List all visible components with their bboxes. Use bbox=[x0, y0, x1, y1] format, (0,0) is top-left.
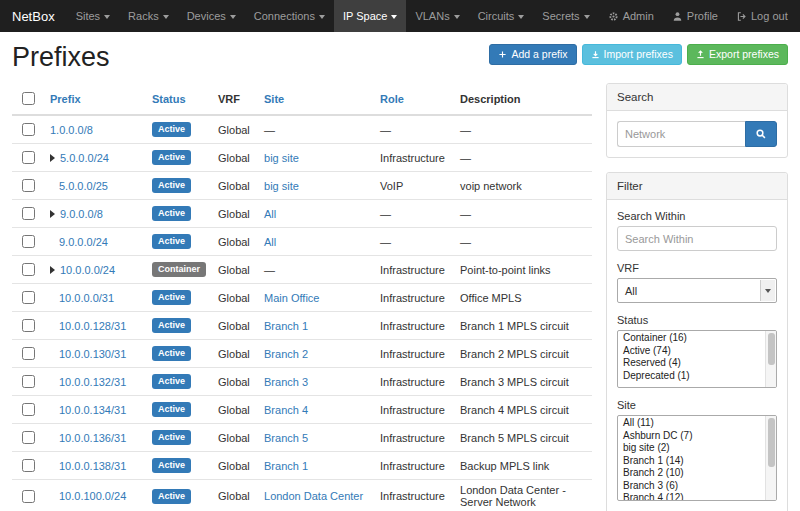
filter-multiselect-site[interactable]: All (11)Ashburn DC (7)big site (2)Branch… bbox=[617, 415, 777, 501]
nav-item-profile[interactable]: Profile bbox=[663, 0, 727, 32]
vrf-cell: Global bbox=[212, 424, 258, 452]
site-link[interactable]: London Data Center bbox=[264, 490, 363, 502]
row-checkbox[interactable] bbox=[22, 319, 35, 332]
export-prefixes-button[interactable]: Export prefixes bbox=[687, 44, 788, 65]
prefix-link[interactable]: 5.0.0.0/24 bbox=[60, 152, 109, 164]
multiselect-option[interactable]: Deprecated (1) bbox=[618, 370, 765, 383]
chevron-down-icon bbox=[454, 15, 460, 19]
site-link[interactable]: All bbox=[264, 208, 276, 220]
row-checkbox[interactable] bbox=[22, 490, 35, 503]
row-checkbox[interactable] bbox=[22, 347, 35, 360]
site-link[interactable]: Branch 3 bbox=[264, 376, 308, 388]
site-link[interactable]: Main Office bbox=[264, 292, 319, 304]
prefix-link[interactable]: 10.0.0.128/31 bbox=[59, 320, 126, 332]
site-link[interactable]: Branch 1 bbox=[264, 320, 308, 332]
select-all-checkbox[interactable] bbox=[22, 92, 35, 105]
expand-caret-icon[interactable] bbox=[50, 266, 55, 274]
scrollbar[interactable] bbox=[765, 416, 776, 500]
nav-item-secrets[interactable]: Secrets bbox=[533, 0, 598, 32]
multiselect-option[interactable]: Branch 1 (14) bbox=[618, 455, 765, 468]
prefix-cell: 10.0.0.128/31 bbox=[44, 312, 146, 340]
multiselect-option[interactable]: Ashburn DC (7) bbox=[618, 430, 765, 443]
row-checkbox[interactable] bbox=[22, 431, 35, 444]
row-checkbox[interactable] bbox=[22, 459, 35, 472]
prefix-link[interactable]: 10.0.0.134/31 bbox=[59, 404, 126, 416]
site-link[interactable]: big site bbox=[264, 152, 299, 164]
add-prefix-button[interactable]: Add a prefix bbox=[489, 44, 576, 65]
description-cell: Branch 2 MPLS circuit bbox=[454, 340, 592, 368]
expand-caret-icon[interactable] bbox=[50, 154, 55, 162]
row-checkbox[interactable] bbox=[22, 179, 35, 192]
prefix-link[interactable]: 10.0.0.0/24 bbox=[60, 264, 115, 276]
prefix-link[interactable]: 10.0.0.0/31 bbox=[59, 292, 114, 304]
site-cell: — bbox=[258, 256, 374, 284]
nav-item-ip-space[interactable]: IP Space bbox=[334, 0, 406, 32]
scrollbar[interactable] bbox=[765, 331, 776, 387]
column-header-status[interactable]: Status bbox=[146, 83, 212, 115]
import-prefixes-button[interactable]: Import prefixes bbox=[582, 44, 682, 65]
prefix-link[interactable]: 5.0.0.0/25 bbox=[59, 180, 108, 192]
multiselect-option[interactable]: Branch 2 (10) bbox=[618, 467, 765, 480]
row-checkbox[interactable] bbox=[22, 151, 35, 164]
nav-item-connections[interactable]: Connections bbox=[245, 0, 334, 32]
site-link[interactable]: Branch 1 bbox=[264, 460, 308, 472]
multiselect-option[interactable]: All (11) bbox=[618, 417, 765, 430]
nav-item-admin[interactable]: Admin bbox=[599, 0, 663, 32]
site-link[interactable]: Branch 4 bbox=[264, 404, 308, 416]
prefix-cell: 5.0.0.0/24 bbox=[44, 144, 146, 172]
multiselect-option[interactable]: Reserved (4) bbox=[618, 357, 765, 370]
nav-item-logout[interactable]: Log out bbox=[727, 0, 797, 32]
multiselect-option[interactable]: Container (16) bbox=[618, 332, 765, 345]
site-link[interactable]: Branch 5 bbox=[264, 432, 308, 444]
prefix-link[interactable]: 9.0.0.0/8 bbox=[60, 208, 103, 220]
filter-input-search-within[interactable] bbox=[617, 226, 777, 251]
prefix-link[interactable]: 10.0.0.138/31 bbox=[59, 460, 126, 472]
nav-item-racks[interactable]: Racks bbox=[119, 0, 178, 32]
status-cell: Active bbox=[146, 396, 212, 424]
filter-multiselect-status[interactable]: Container (16)Active (74)Reserved (4)Dep… bbox=[617, 330, 777, 388]
row-checkbox[interactable] bbox=[22, 263, 35, 276]
role-cell: Infrastructure bbox=[374, 480, 454, 511]
status-badge: Active bbox=[152, 318, 191, 333]
site-link[interactable]: big site bbox=[264, 180, 299, 192]
status-badge: Container bbox=[152, 262, 206, 277]
nav-item-sites[interactable]: Sites bbox=[67, 0, 119, 32]
multiselect-option[interactable]: Active (74) bbox=[618, 345, 765, 358]
prefix-link[interactable]: 10.0.0.132/31 bbox=[59, 376, 126, 388]
search-input[interactable] bbox=[617, 121, 745, 147]
prefix-link[interactable]: 9.0.0.0/24 bbox=[59, 236, 108, 248]
column-header-prefix[interactable]: Prefix bbox=[44, 83, 146, 115]
filter-select-vrf[interactable]: All bbox=[617, 278, 777, 303]
nav-item-devices[interactable]: Devices bbox=[178, 0, 245, 32]
role-cell: VoIP bbox=[374, 172, 454, 200]
site-link[interactable]: Branch 2 bbox=[264, 348, 308, 360]
search-button[interactable] bbox=[745, 121, 777, 147]
row-checkbox[interactable] bbox=[22, 403, 35, 416]
site-cell: big site bbox=[258, 144, 374, 172]
column-header-site[interactable]: Site bbox=[258, 83, 374, 115]
multiselect-option[interactable]: Branch 4 (12) bbox=[618, 492, 765, 501]
site-link[interactable]: All bbox=[264, 236, 276, 248]
nav-item-circuits[interactable]: Circuits bbox=[469, 0, 534, 32]
multiselect-option[interactable]: Branch 3 (6) bbox=[618, 480, 765, 493]
row-checkbox-cell bbox=[12, 228, 44, 256]
nav-item-vlans[interactable]: VLANs bbox=[406, 0, 468, 32]
prefix-link[interactable]: 1.0.0.0/8 bbox=[50, 124, 93, 136]
prefix-link[interactable]: 10.0.100.0/24 bbox=[59, 490, 126, 502]
row-checkbox[interactable] bbox=[22, 207, 35, 220]
chevron-down-icon bbox=[163, 15, 169, 19]
row-checkbox[interactable] bbox=[22, 235, 35, 248]
prefix-link[interactable]: 10.0.0.130/31 bbox=[59, 348, 126, 360]
brand-logo[interactable]: NetBox bbox=[8, 0, 67, 32]
column-header-role[interactable]: Role bbox=[374, 83, 454, 115]
row-checkbox[interactable] bbox=[22, 291, 35, 304]
expand-caret-icon[interactable] bbox=[50, 210, 55, 218]
multiselect-option[interactable]: big site (2) bbox=[618, 442, 765, 455]
status-badge: Active bbox=[152, 346, 191, 361]
prefix-link[interactable]: 10.0.0.136/31 bbox=[59, 432, 126, 444]
site-cell: Branch 3 bbox=[258, 368, 374, 396]
role-cell: Infrastructure bbox=[374, 256, 454, 284]
row-checkbox[interactable] bbox=[22, 123, 35, 136]
row-checkbox[interactable] bbox=[22, 375, 35, 388]
description-cell: — bbox=[454, 200, 592, 228]
